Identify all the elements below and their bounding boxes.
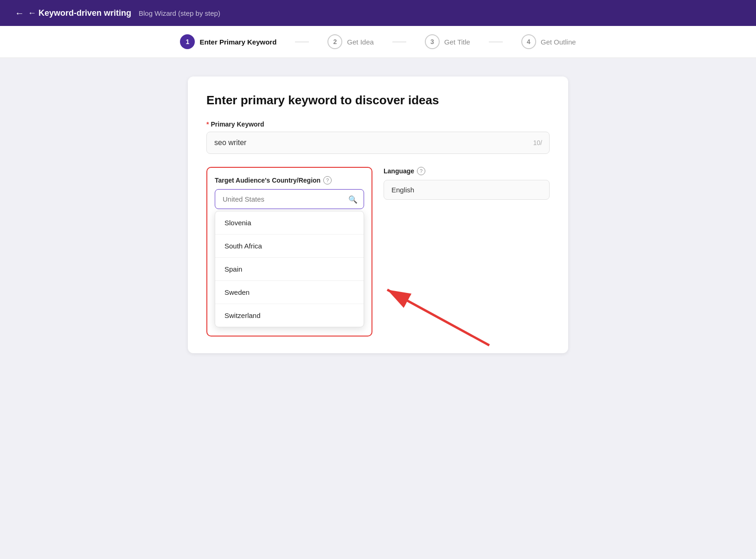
country-label: Target Audience's Country/Region	[215, 177, 320, 184]
dropdown-item-switzerland[interactable]: Switzerland	[215, 304, 364, 327]
step-2-circle: 2	[327, 34, 342, 49]
dropdown-item-sweden[interactable]: Sweden	[215, 281, 364, 304]
dropdown-item-slovenia[interactable]: Slovenia	[215, 211, 364, 235]
steps-bar: 1 Enter Primary Keyword 2 Get Idea 3 Get…	[0, 26, 756, 58]
language-input[interactable]	[384, 180, 550, 200]
back-arrow-icon: ←	[15, 8, 24, 19]
step-1-circle: 1	[180, 34, 195, 49]
primary-keyword-label: Primary Keyword	[211, 121, 264, 128]
step-4-circle: 4	[521, 34, 536, 49]
step-1-label: Enter Primary Keyword	[199, 38, 276, 46]
app-title: ← Keyword-driven writing	[28, 8, 131, 18]
step-1[interactable]: 1 Enter Primary Keyword	[180, 34, 276, 49]
dropdown-item-south-africa[interactable]: South Africa	[215, 235, 364, 258]
language-section: Language ?	[384, 167, 550, 337]
step-3-circle: 3	[425, 34, 440, 49]
step-divider-3	[489, 42, 503, 42]
step-4-label: Get Outline	[541, 38, 576, 46]
step-3-label: Get Title	[444, 38, 470, 46]
primary-keyword-label-row: * Primary Keyword	[206, 121, 550, 128]
keyword-input[interactable]	[206, 132, 550, 154]
char-count: 10/	[533, 139, 542, 146]
language-label-row: Language ?	[384, 167, 550, 175]
required-star: *	[206, 121, 209, 128]
main-content: Enter primary keyword to discover ideas …	[0, 58, 756, 372]
language-label: Language	[384, 167, 414, 175]
step-divider-1	[295, 42, 309, 42]
country-dropdown: Slovenia South Africa Spain Sweden Switz…	[215, 211, 364, 327]
country-search-icon: 🔍	[348, 195, 358, 203]
dropdown-item-spain[interactable]: Spain	[215, 258, 364, 281]
step-2[interactable]: 2 Get Idea	[327, 34, 374, 49]
two-col-section: Target Audience's Country/Region ? 🔍 Slo…	[206, 167, 550, 337]
step-divider-2	[392, 42, 406, 42]
country-input-wrapper: 🔍	[215, 189, 364, 209]
step-3[interactable]: 3 Get Title	[425, 34, 470, 49]
keyword-input-wrapper: 10/	[206, 132, 550, 154]
language-help-icon[interactable]: ?	[417, 167, 425, 175]
step-2-label: Get Idea	[347, 38, 374, 46]
back-button[interactable]: ← ← Keyword-driven writing	[15, 8, 131, 19]
country-help-icon[interactable]: ?	[323, 176, 332, 184]
step-4[interactable]: 4 Get Outline	[521, 34, 576, 49]
app-header: ← ← Keyword-driven writing Blog Wizard (…	[0, 0, 756, 26]
header-subtitle: Blog Wizard (step by step)	[139, 9, 220, 17]
country-label-row: Target Audience's Country/Region ?	[215, 176, 364, 184]
main-card: Enter primary keyword to discover ideas …	[188, 76, 568, 353]
card-heading: Enter primary keyword to discover ideas	[206, 93, 550, 108]
country-section: Target Audience's Country/Region ? 🔍 Slo…	[206, 167, 372, 337]
country-search-input[interactable]	[215, 189, 364, 209]
